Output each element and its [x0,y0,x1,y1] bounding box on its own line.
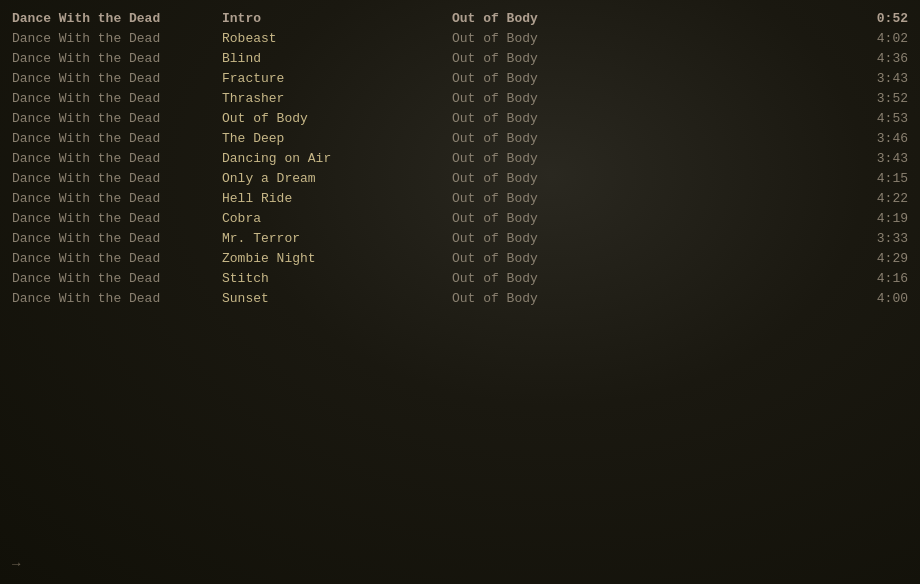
track-list: Dance With the DeadIntroOut of Body0:52D… [0,0,920,316]
track-duration: 3:43 [848,151,908,166]
track-row[interactable]: Dance With the DeadStitchOut of Body4:16 [0,268,920,288]
track-title: Robeast [222,31,452,46]
track-artist: Dance With the Dead [12,291,222,306]
track-duration: 3:33 [848,231,908,246]
track-title: Dancing on Air [222,151,452,166]
track-row[interactable]: Dance With the DeadSunsetOut of Body4:00 [0,288,920,308]
track-title: The Deep [222,131,452,146]
track-row[interactable]: Dance With the DeadCobraOut of Body4:19 [0,208,920,228]
track-artist: Dance With the Dead [12,11,222,26]
track-title: Out of Body [222,111,452,126]
track-album: Out of Body [452,211,848,226]
track-artist: Dance With the Dead [12,251,222,266]
track-title: Cobra [222,211,452,226]
track-duration: 4:36 [848,51,908,66]
track-artist: Dance With the Dead [12,271,222,286]
track-album: Out of Body [452,291,848,306]
track-album: Out of Body [452,251,848,266]
track-row[interactable]: Dance With the DeadFractureOut of Body3:… [0,68,920,88]
track-album: Out of Body [452,171,848,186]
track-title: Stitch [222,271,452,286]
track-title: Blind [222,51,452,66]
track-album: Out of Body [452,151,848,166]
track-duration: 0:52 [848,11,908,26]
track-artist: Dance With the Dead [12,91,222,106]
track-row[interactable]: Dance With the DeadOnly a DreamOut of Bo… [0,168,920,188]
track-duration: 4:19 [848,211,908,226]
track-title: Mr. Terror [222,231,452,246]
track-album: Out of Body [452,51,848,66]
track-artist: Dance With the Dead [12,231,222,246]
track-album: Out of Body [452,31,848,46]
track-duration: 4:16 [848,271,908,286]
track-row[interactable]: Dance With the DeadZombie NightOut of Bo… [0,248,920,268]
track-title: Fracture [222,71,452,86]
track-row[interactable]: Dance With the DeadBlindOut of Body4:36 [0,48,920,68]
track-title: Sunset [222,291,452,306]
track-row[interactable]: Dance With the DeadMr. TerrorOut of Body… [0,228,920,248]
track-duration: 3:46 [848,131,908,146]
track-duration: 4:02 [848,31,908,46]
track-row[interactable]: Dance With the DeadIntroOut of Body0:52 [0,8,920,28]
track-duration: 4:29 [848,251,908,266]
track-duration: 4:22 [848,191,908,206]
bottom-arrow-icon: → [12,556,20,572]
track-album: Out of Body [452,191,848,206]
track-artist: Dance With the Dead [12,51,222,66]
track-row[interactable]: Dance With the DeadThe DeepOut of Body3:… [0,128,920,148]
track-album: Out of Body [452,91,848,106]
track-row[interactable]: Dance With the DeadHell RideOut of Body4… [0,188,920,208]
track-title: Zombie Night [222,251,452,266]
track-artist: Dance With the Dead [12,211,222,226]
track-duration: 4:15 [848,171,908,186]
track-duration: 4:00 [848,291,908,306]
track-duration: 3:43 [848,71,908,86]
track-duration: 3:52 [848,91,908,106]
track-album: Out of Body [452,231,848,246]
track-title: Hell Ride [222,191,452,206]
track-artist: Dance With the Dead [12,151,222,166]
track-title: Only a Dream [222,171,452,186]
track-album: Out of Body [452,271,848,286]
track-album: Out of Body [452,131,848,146]
track-album: Out of Body [452,11,848,26]
track-row[interactable]: Dance With the DeadThrasherOut of Body3:… [0,88,920,108]
track-artist: Dance With the Dead [12,71,222,86]
track-album: Out of Body [452,111,848,126]
track-row[interactable]: Dance With the DeadOut of BodyOut of Bod… [0,108,920,128]
track-artist: Dance With the Dead [12,171,222,186]
track-artist: Dance With the Dead [12,31,222,46]
track-title: Intro [222,11,452,26]
track-title: Thrasher [222,91,452,106]
track-album: Out of Body [452,71,848,86]
track-row[interactable]: Dance With the DeadRobeastOut of Body4:0… [0,28,920,48]
track-artist: Dance With the Dead [12,191,222,206]
track-artist: Dance With the Dead [12,131,222,146]
track-duration: 4:53 [848,111,908,126]
track-row[interactable]: Dance With the DeadDancing on AirOut of … [0,148,920,168]
track-artist: Dance With the Dead [12,111,222,126]
